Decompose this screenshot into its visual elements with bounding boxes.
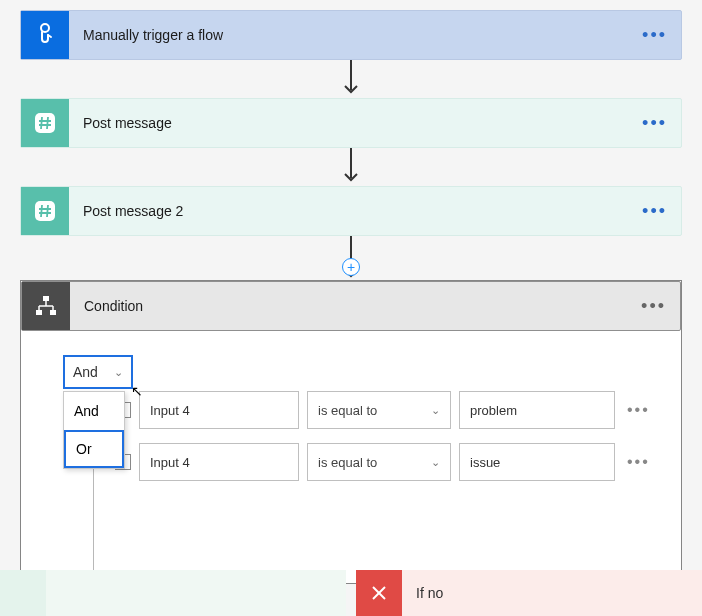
condition-rows: is equal to ⌄ ••• is equal to ⌄ •••: [115, 391, 661, 563]
logic-operator-dropdown[interactable]: And ⌄: [63, 355, 133, 389]
row-menu-button[interactable]: •••: [623, 453, 654, 471]
condition-left-input[interactable]: [139, 443, 299, 481]
svg-rect-4: [35, 201, 55, 221]
condition-branches: If no: [0, 570, 702, 616]
trigger-menu-button[interactable]: •••: [628, 25, 681, 46]
logic-operator-menu: And Or: [63, 391, 125, 469]
condition-right-input[interactable]: [459, 391, 615, 429]
logic-option-or[interactable]: Or: [64, 430, 124, 468]
action-title: Post message: [69, 115, 628, 131]
if-yes-card[interactable]: [0, 570, 346, 616]
insert-step-button[interactable]: +: [342, 258, 360, 276]
chevron-down-icon: ⌄: [431, 404, 440, 417]
row-menu-button[interactable]: •••: [623, 401, 654, 419]
action-title: Post message 2: [69, 203, 628, 219]
trigger-card[interactable]: Manually trigger a flow •••: [20, 10, 682, 60]
manual-trigger-icon: [21, 11, 69, 59]
flow-arrow: [20, 60, 682, 98]
hash-icon: [21, 187, 69, 235]
condition-icon: [22, 282, 70, 330]
svg-rect-12: [50, 310, 56, 315]
condition-menu-button[interactable]: •••: [627, 296, 680, 317]
svg-rect-11: [36, 310, 42, 315]
check-icon: [0, 570, 46, 616]
condition-row: is equal to ⌄ •••: [115, 443, 661, 481]
condition-title: Condition: [70, 298, 627, 314]
hash-icon: [21, 99, 69, 147]
condition-right-input[interactable]: [459, 443, 615, 481]
chevron-down-icon: ⌄: [114, 366, 123, 379]
chevron-down-icon: ⌄: [431, 456, 440, 469]
condition-header[interactable]: Condition •••: [21, 281, 681, 331]
svg-rect-2: [35, 113, 55, 133]
condition-body: And ⌄ ↖ And Or is equal t: [21, 331, 681, 583]
action-card-post-message[interactable]: Post message •••: [20, 98, 682, 148]
if-no-label: If no: [402, 585, 443, 601]
flow-arrow: +: [20, 236, 682, 280]
condition-row: is equal to ⌄ •••: [115, 391, 661, 429]
condition-block: Condition ••• And ⌄ ↖ And Or: [20, 280, 682, 584]
close-icon: [356, 570, 402, 616]
svg-rect-6: [43, 296, 49, 301]
condition-operator-dropdown[interactable]: is equal to ⌄: [307, 443, 451, 481]
action-menu-button[interactable]: •••: [628, 201, 681, 222]
if-no-card[interactable]: If no: [356, 570, 702, 616]
logic-option-and[interactable]: And: [64, 392, 124, 430]
condition-left-input[interactable]: [139, 391, 299, 429]
trigger-title: Manually trigger a flow: [69, 27, 628, 43]
flow-arrow: [20, 148, 682, 186]
action-menu-button[interactable]: •••: [628, 113, 681, 134]
condition-operator-dropdown[interactable]: is equal to ⌄: [307, 391, 451, 429]
action-card-post-message-2[interactable]: Post message 2 •••: [20, 186, 682, 236]
svg-point-0: [41, 24, 49, 32]
logic-operator-value: And: [73, 364, 98, 380]
